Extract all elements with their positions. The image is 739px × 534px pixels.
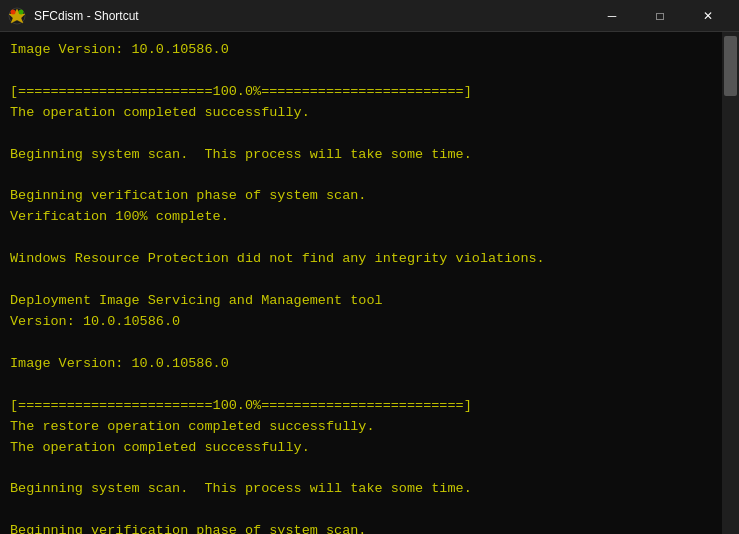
terminal-line: [========================100.0%=========… [10,82,712,103]
minimize-button[interactable]: ─ [589,0,635,32]
svg-point-1 [11,9,16,14]
terminal-line: Image Version: 10.0.10586.0 [10,354,712,375]
terminal-line [10,270,712,291]
terminal-line: Beginning verification phase of system s… [10,186,712,207]
terminal-line: The operation completed successfully. [10,438,712,459]
terminal-line [10,333,712,354]
scrollbar[interactable] [722,32,739,534]
terminal-line [10,166,712,187]
window-title: SFCdism - Shortcut [34,9,139,23]
maximize-button[interactable]: □ [637,0,683,32]
terminal-line [10,61,712,82]
terminal-line [10,458,712,479]
terminal-line: The restore operation completed successf… [10,417,712,438]
scroll-thumb[interactable] [724,36,737,96]
terminal-line: [========================100.0%=========… [10,396,712,417]
terminal-line: Version: 10.0.10586.0 [10,312,712,333]
terminal-line: Deployment Image Servicing and Managemen… [10,291,712,312]
terminal-line: Verification 100% complete. [10,207,712,228]
title-bar: SFCdism - Shortcut ─ □ ✕ [0,0,739,32]
terminal-line [10,500,712,521]
title-bar-left: SFCdism - Shortcut [8,7,139,25]
app-icon [8,7,26,25]
terminal-line: Beginning system scan. This process will… [10,479,712,500]
terminal-line: Beginning verification phase of system s… [10,521,712,534]
terminal-line: Image Version: 10.0.10586.0 [10,40,712,61]
terminal-output[interactable]: Image Version: 10.0.10586.0[============… [0,32,722,534]
terminal-line [10,375,712,396]
terminal-container: Image Version: 10.0.10586.0[============… [0,32,739,534]
terminal-line [10,228,712,249]
svg-point-2 [19,9,24,14]
terminal-line: Windows Resource Protection did not find… [10,249,712,270]
terminal-line: The operation completed successfully. [10,103,712,124]
terminal-line: Beginning system scan. This process will… [10,145,712,166]
window-controls: ─ □ ✕ [589,0,731,32]
close-button[interactable]: ✕ [685,0,731,32]
terminal-line [10,124,712,145]
